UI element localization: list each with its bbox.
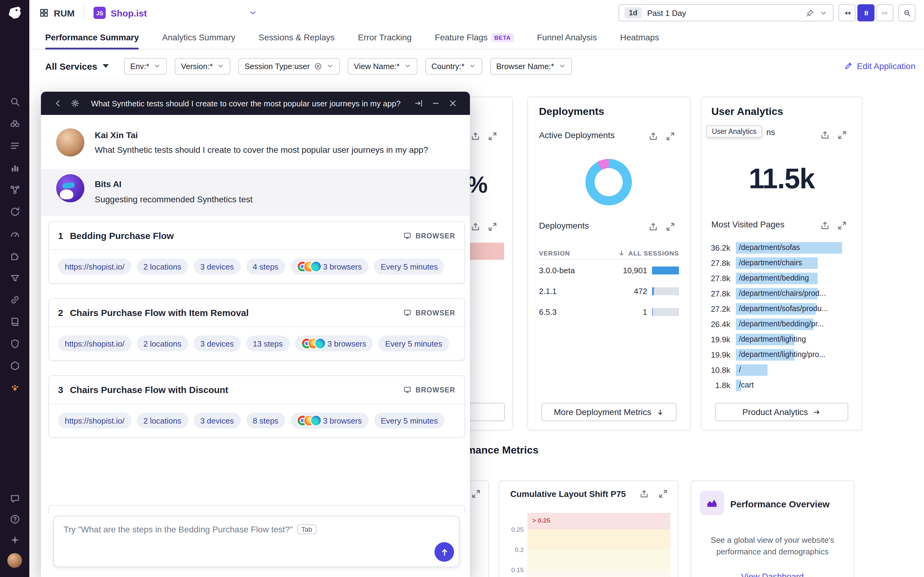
tab-key-hint: Tab bbox=[297, 524, 317, 534]
service-scope-dropdown[interactable]: All Services bbox=[45, 61, 109, 71]
page-row[interactable]: 27.8k /department/bedding bbox=[707, 271, 856, 286]
edit-application-link[interactable]: Edit Application bbox=[844, 61, 916, 71]
chat-input[interactable]: Try "What are the steps in the Bedding P… bbox=[53, 516, 460, 567]
pipelines-icon[interactable] bbox=[0, 266, 29, 288]
expand-icon[interactable] bbox=[837, 130, 847, 140]
integrations-icon[interactable] bbox=[0, 245, 29, 266]
share-icon[interactable] bbox=[820, 130, 830, 140]
synthetic-test-card[interactable]: 2 Chairs Purchase Flow with Item Removal… bbox=[48, 298, 465, 361]
rewind-button[interactable] bbox=[839, 4, 856, 21]
deployments-table-label: Deployments bbox=[539, 221, 589, 230]
rum-icon[interactable] bbox=[0, 222, 29, 245]
datadog-logo-icon[interactable] bbox=[5, 4, 24, 22]
pin-icon[interactable] bbox=[806, 9, 814, 17]
whats-new-icon[interactable] bbox=[0, 529, 29, 550]
minimize-icon[interactable] bbox=[428, 99, 443, 108]
search-icon[interactable] bbox=[0, 90, 29, 113]
synthetic-test-card[interactable]: 3 Chairs Purchase Flow with Discount BRO… bbox=[48, 375, 465, 438]
deployment-sessions: 472 bbox=[634, 286, 647, 295]
assistant-name: Bits AI bbox=[95, 179, 122, 189]
notebooks-icon[interactable] bbox=[0, 311, 29, 332]
remove-filter-icon[interactable] bbox=[314, 62, 322, 70]
page-views-value: 1.8k bbox=[707, 381, 736, 390]
tab-feature-flags[interactable]: Feature FlagsBETA bbox=[435, 26, 514, 49]
expand-icon[interactable] bbox=[665, 131, 675, 141]
expand-icon[interactable] bbox=[658, 489, 668, 499]
deployment-version: 2.1.1 bbox=[539, 286, 557, 295]
main-tabs: Performance Summary Analytics Summary Se… bbox=[29, 26, 924, 50]
chat-input-placeholder: Try "What are the steps in the Bedding P… bbox=[64, 524, 317, 534]
test-url-chip: https://shopist.io/ bbox=[58, 259, 131, 274]
page-row[interactable]: 10.8k / bbox=[707, 363, 856, 378]
tab-funnel-analysis[interactable]: Funnel Analysis bbox=[537, 26, 597, 49]
fast-forward-button[interactable] bbox=[876, 4, 893, 21]
share-icon[interactable] bbox=[820, 221, 830, 230]
infrastructure-icon[interactable] bbox=[0, 113, 29, 134]
filter-view-name[interactable]: View Name:* bbox=[348, 58, 417, 74]
expand-icon[interactable] bbox=[837, 221, 847, 230]
column-all-sessions[interactable]: ALL SESSIONS bbox=[628, 249, 679, 256]
more-deployment-metrics-button[interactable]: More Deployment Metrics bbox=[541, 403, 676, 421]
tab-analytics-summary[interactable]: Analytics Summary bbox=[162, 26, 236, 49]
tab-heatmaps[interactable]: Heatmaps bbox=[620, 26, 659, 49]
tab-error-tracking[interactable]: Error Tracking bbox=[358, 26, 412, 49]
close-icon[interactable] bbox=[446, 99, 460, 108]
expand-icon[interactable] bbox=[665, 222, 675, 232]
page-row[interactable]: 1.8k /cart bbox=[707, 378, 856, 393]
apm-icon[interactable] bbox=[0, 179, 29, 200]
synthetic-test-card[interactable]: 1 Bedding Purchase Flow BROWSER https://… bbox=[48, 221, 465, 284]
application-name: Shop.ist bbox=[111, 8, 146, 18]
page-row[interactable]: 27.8k /department/chairs/prod... bbox=[707, 286, 856, 301]
page-row[interactable]: 19.9k /department/lighting/pro... bbox=[707, 347, 856, 363]
time-range-picker[interactable]: 1d Past 1 Day bbox=[618, 4, 834, 21]
page-row[interactable]: 27.2k /department/sofas/produ... bbox=[707, 301, 856, 317]
expand-icon[interactable] bbox=[488, 222, 497, 232]
product-analytics-button[interactable]: Product Analytics bbox=[715, 403, 848, 421]
chat-icon[interactable] bbox=[0, 488, 29, 509]
filter-version[interactable]: Version:* bbox=[175, 58, 230, 74]
expand-icon[interactable] bbox=[471, 489, 481, 499]
tab-performance-summary[interactable]: Performance Summary bbox=[45, 26, 139, 49]
share-icon[interactable] bbox=[470, 222, 480, 232]
account-avatar[interactable] bbox=[0, 550, 29, 571]
rum-performance-dashboard: RUM JS Shop.ist 1d Past 1 Day Performanc… bbox=[0, 0, 924, 577]
share-icon[interactable] bbox=[470, 131, 480, 141]
logs-icon[interactable] bbox=[0, 134, 29, 156]
share-icon[interactable] bbox=[649, 222, 658, 232]
zoom-out-button[interactable] bbox=[898, 4, 916, 21]
share-icon[interactable] bbox=[649, 131, 658, 141]
filter-country[interactable]: Country:* bbox=[425, 58, 482, 74]
watchdog-icon[interactable] bbox=[0, 377, 29, 398]
share-icon[interactable] bbox=[639, 489, 649, 499]
expand-icon[interactable] bbox=[488, 131, 497, 141]
synthetics-icon[interactable] bbox=[0, 200, 29, 222]
software-delivery-icon[interactable] bbox=[0, 355, 29, 377]
back-icon[interactable] bbox=[51, 99, 65, 108]
filter-browser-name[interactable]: Browser Name:* bbox=[490, 58, 572, 74]
chevron-down-icon bbox=[153, 62, 161, 70]
clipped-sessions-label: ns bbox=[766, 128, 775, 137]
help-icon[interactable] bbox=[0, 509, 29, 529]
page-row[interactable]: 26.4k /department/bedding/pr... bbox=[707, 317, 856, 332]
gear-icon[interactable] bbox=[68, 99, 82, 108]
sort-down-icon[interactable] bbox=[618, 249, 625, 256]
tab-sessions-replays[interactable]: Sessions & Replays bbox=[259, 26, 335, 49]
page-path: /department/sofas/produ... bbox=[739, 305, 828, 313]
send-button[interactable] bbox=[435, 542, 454, 562]
filter-session-type[interactable]: Session Type:user bbox=[238, 58, 340, 74]
pause-button[interactable] bbox=[857, 4, 874, 21]
deployments-card: Deployments Active Deployments Deploymen… bbox=[527, 97, 691, 430]
arrow-down-icon bbox=[656, 408, 664, 416]
security-icon[interactable] bbox=[0, 332, 29, 355]
application-switcher[interactable]: JS Shop.ist bbox=[93, 7, 257, 19]
metrics-icon[interactable] bbox=[0, 156, 29, 179]
page-row[interactable]: 19.9k /department/lighting bbox=[707, 332, 856, 347]
open-in-side-icon[interactable] bbox=[411, 99, 426, 108]
page-row[interactable]: 36.2k /department/sofas bbox=[707, 240, 856, 256]
filter-env[interactable]: Env:* bbox=[124, 58, 167, 74]
view-dashboard-link[interactable]: View Dashboard bbox=[691, 572, 854, 577]
page-path: /department/bedding/pr... bbox=[739, 320, 824, 328]
page-row[interactable]: 27.8k /department/chairs bbox=[707, 256, 856, 271]
service-map-icon[interactable] bbox=[0, 288, 29, 311]
sessions-bar bbox=[652, 308, 679, 316]
